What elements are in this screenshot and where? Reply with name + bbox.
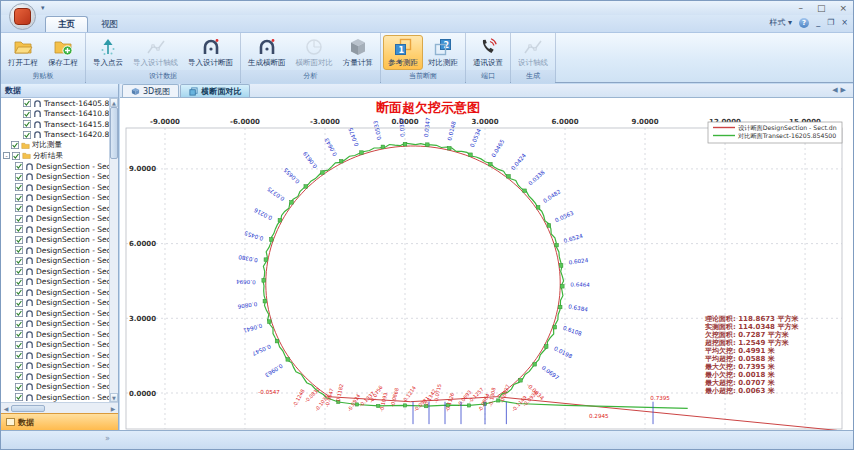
tree-item-designsection[interactable]: DesignSection - Sect — [1, 319, 109, 330]
scroll-left-icon[interactable]: ◀ — [1, 405, 11, 412]
ribbon-button-reference-station[interactable]: 1参考测距 — [383, 35, 423, 70]
checkbox-icon[interactable] — [23, 110, 31, 118]
scroll-down-icon[interactable]: ▼ — [110, 393, 118, 402]
tree-item-designsection[interactable]: DesignSection - Sect — [1, 172, 109, 183]
tree-item-folder[interactable]: 对比测量 — [1, 140, 109, 151]
tree-item-designsection[interactable]: DesignSection - Sect — [1, 361, 109, 372]
checkbox-icon[interactable] — [15, 383, 23, 391]
checkbox-icon[interactable] — [15, 225, 23, 233]
checkbox-icon[interactable] — [15, 362, 23, 370]
ribbon-button-import-pointcloud[interactable]: 导入点云 — [88, 35, 128, 70]
tab-scroll-arrows[interactable]: ◀▶ — [832, 86, 849, 94]
ribbon-button-section-compare[interactable]: 横断面对比 — [291, 35, 339, 70]
tree-item-designsection[interactable]: DesignSection - Sect — [1, 193, 109, 204]
checkbox-icon[interactable] — [23, 131, 31, 139]
tree-item-designsection[interactable]: DesignSection - Sect — [1, 340, 109, 351]
checkbox-icon[interactable] — [15, 288, 23, 296]
scrollbar-thumb[interactable] — [110, 107, 118, 159]
checkbox-icon[interactable] — [15, 320, 23, 328]
window-minimize-button[interactable]: – — [798, 2, 803, 14]
ribbon-button-save-project[interactable]: 保存工程 — [43, 35, 83, 70]
ribbon-button-open-project[interactable]: 打开工程 — [3, 35, 43, 70]
data-panel-tab[interactable]: 数据 — [1, 413, 118, 430]
checkbox-icon[interactable] — [15, 351, 23, 359]
tree-item-transect[interactable]: Transect-16405.85 — [1, 98, 109, 109]
checkbox-icon[interactable] — [15, 309, 23, 317]
tree-item-designsection[interactable]: DesignSection - Sect — [1, 224, 109, 235]
checkbox-icon[interactable] — [15, 162, 23, 170]
svg-text:超挖面积: 1.2549 平方米: 超挖面积: 1.2549 平方米 — [704, 338, 790, 347]
checkbox-icon[interactable] — [15, 393, 23, 401]
tree-item-designsection[interactable]: DesignSection - Sect — [1, 350, 109, 361]
ribbon-button-generate-section[interactable]: 生成横断面 — [243, 35, 291, 70]
chart-canvas[interactable]: -9.0000-6.0000-3.00000.00003.00006.00009… — [120, 98, 854, 432]
checkbox-icon[interactable] — [15, 257, 23, 265]
tree-item-transect[interactable]: Transect-16420.85 — [1, 130, 109, 141]
ribbon-button-volume-calc[interactable]: 方量计算 — [338, 35, 378, 70]
tree-item-designsection[interactable]: DesignSection - Sect — [1, 277, 109, 288]
ribbon-button-design-axis[interactable]: 设计轴线 — [513, 35, 553, 70]
tree-item-designsection[interactable]: DesignSection - Sect — [1, 392, 109, 402]
checkbox-icon[interactable] — [15, 246, 23, 254]
checkbox-icon[interactable] — [15, 341, 23, 349]
tree-item-designsection[interactable]: DesignSection - Sect — [1, 161, 109, 172]
tree-item-transect[interactable]: Transect-16410.85 — [1, 109, 109, 120]
ribbon-button-comm-settings[interactable]: 通讯设置 — [468, 35, 508, 70]
checkbox-icon[interactable] — [23, 99, 31, 107]
checkbox-icon[interactable] — [11, 141, 19, 149]
checkbox-icon[interactable] — [15, 267, 23, 275]
tree-item-designsection[interactable]: DesignSection - Sect — [1, 182, 109, 193]
doc-tab-compare-tab[interactable]: 横断面对比 — [180, 84, 250, 97]
ribbon-button-import-section[interactable]: 导入设计断面 — [183, 35, 238, 70]
quick-access-dropdown-icon[interactable]: ▾ — [41, 4, 45, 12]
checkbox-icon[interactable] — [15, 215, 23, 223]
window-maximize-button[interactable]: □ — [817, 2, 826, 14]
svg-text:0.6464: 0.6464 — [570, 281, 590, 287]
window-close-button[interactable]: × — [839, 2, 847, 14]
tree-item-designsection[interactable]: DesignSection - Sect — [1, 308, 109, 319]
tree-item-designsection[interactable]: DesignSection - Sect — [1, 256, 109, 267]
checkbox-icon[interactable] — [12, 152, 20, 160]
doc-tab-label: 横断面对比 — [201, 86, 241, 97]
tree-vertical-scrollbar[interactable]: ▲ ▼ — [109, 98, 118, 402]
help-icon[interactable]: ? — [799, 18, 809, 28]
tree-item-folder[interactable]: -分析结果 — [1, 151, 109, 162]
checkbox-icon[interactable] — [15, 372, 23, 380]
checkbox-icon[interactable] — [15, 299, 23, 307]
tree-item-designsection[interactable]: DesignSection - Sect — [1, 298, 109, 309]
tree-item-designsection[interactable]: DesignSection - Sect — [1, 245, 109, 256]
doc-tab-view3d[interactable]: 3D视图 — [122, 84, 179, 97]
checkbox-icon[interactable] — [15, 204, 23, 212]
import-axis-icon — [146, 37, 166, 57]
ribbon-button-import-axis[interactable]: 导入设计轴线 — [128, 35, 183, 70]
reference-station-icon: 1 — [393, 37, 413, 57]
tree-item-designsection[interactable]: DesignSection - Sect — [1, 287, 109, 298]
ribbon-restore-button[interactable]: ❐ — [827, 18, 834, 27]
tree-item-designsection[interactable]: DesignSection - Sect — [1, 329, 109, 340]
scroll-up-icon[interactable]: ▲ — [110, 98, 118, 107]
style-dropdown[interactable]: 样式 ▾ — [770, 17, 793, 28]
tree-item-transect[interactable]: Transect-16415.85 — [1, 119, 109, 130]
checkbox-icon[interactable] — [15, 183, 23, 191]
tree-horizontal-scrollbar[interactable]: ◀ ▶ — [1, 402, 118, 413]
app-logo-icon[interactable] — [9, 3, 36, 30]
tree-item-designsection[interactable]: DesignSection - Sect — [1, 235, 109, 246]
checkbox-icon[interactable] — [15, 194, 23, 202]
scroll-right-icon[interactable]: ▶ — [108, 405, 118, 412]
ribbon-close-button[interactable]: × — [841, 18, 848, 27]
checkbox-icon[interactable] — [23, 120, 31, 128]
tree-item-designsection[interactable]: DesignSection - Sect — [1, 266, 109, 277]
tree-item-designsection[interactable]: DesignSection - Sect — [1, 203, 109, 214]
scrollbar-thumb[interactable] — [11, 405, 45, 412]
tree-item-designsection[interactable]: DesignSection - Sect — [1, 371, 109, 382]
checkbox-icon[interactable] — [15, 330, 23, 338]
ribbon-minimize-button[interactable]: _ — [816, 18, 820, 27]
tree-item-designsection[interactable]: DesignSection - Sect — [1, 214, 109, 225]
checkbox-icon[interactable] — [15, 278, 23, 286]
expander-icon[interactable]: - — [3, 152, 10, 159]
tree-item-designsection[interactable]: DesignSection - Sect — [1, 382, 109, 393]
ribbon-button-compare-station[interactable]: 2对比测距 — [423, 35, 463, 70]
checkbox-icon[interactable] — [15, 173, 23, 181]
panel-overflow-icon[interactable]: » — [105, 434, 110, 443]
checkbox-icon[interactable] — [15, 236, 23, 244]
